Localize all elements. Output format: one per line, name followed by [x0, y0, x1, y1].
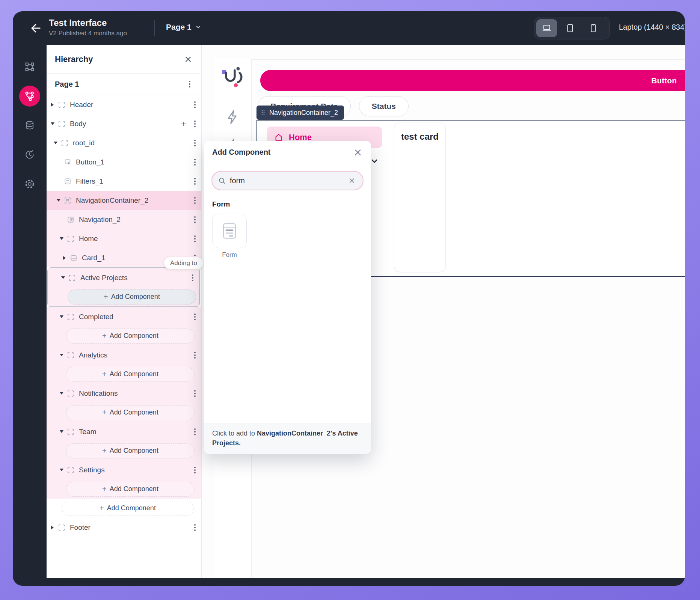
modal-close-button[interactable] [352, 147, 364, 158]
plus-icon: + [100, 504, 104, 513]
kebab-icon [194, 181, 196, 182]
tree-row-add-component[interactable]: +Add Component [47, 499, 201, 518]
expand-toggle[interactable] [59, 237, 64, 240]
add-component-button[interactable]: +Add Component [66, 443, 195, 458]
canvas-chip-status[interactable]: Status [359, 96, 409, 116]
row-menu-button[interactable] [189, 311, 201, 323]
add-component-button[interactable]: +Add Component [66, 329, 195, 344]
tree-row-add-component[interactable]: +Add Component [47, 365, 201, 384]
tree-row-add-component[interactable]: +Add Component [47, 403, 201, 422]
frame-icon [66, 312, 75, 321]
tree-row-add-component[interactable]: +Add Component [47, 479, 201, 499]
expand-toggle[interactable] [62, 256, 67, 260]
data-tool-button[interactable] [19, 115, 40, 136]
expand-toggle[interactable] [59, 392, 64, 395]
tree-row-settings[interactable]: Settings [47, 460, 201, 479]
add-component-button[interactable]: +Add Component [66, 405, 195, 420]
row-menu-button[interactable] [189, 349, 201, 362]
row-menu-button[interactable] [189, 98, 201, 111]
expand-toggle[interactable] [59, 469, 64, 471]
add-child-button[interactable]: + [179, 119, 189, 128]
back-button[interactable] [29, 22, 42, 35]
hierarchy-tool-button[interactable] [19, 86, 40, 107]
expand-toggle[interactable] [59, 315, 64, 318]
row-menu-button[interactable] [189, 425, 201, 438]
page-row[interactable]: Page 1 [47, 74, 201, 95]
tree-row-add-component[interactable]: +Add Component [47, 441, 201, 460]
row-menu-button[interactable] [189, 464, 201, 476]
row-menu-button[interactable] [189, 137, 201, 149]
device-tablet-button[interactable] [560, 19, 581, 37]
caret-down-icon [61, 276, 65, 279]
form-component-tile[interactable] [212, 214, 247, 248]
device-phone-button[interactable] [583, 19, 604, 37]
row-menu-button[interactable] [186, 271, 199, 284]
expand-toggle[interactable] [56, 199, 61, 202]
expand-toggle[interactable] [50, 526, 55, 529]
expand-toggle[interactable] [59, 430, 64, 433]
row-menu-button[interactable] [189, 213, 201, 226]
tree-row-header[interactable]: Header [47, 95, 201, 114]
select-frame-icon [24, 61, 35, 72]
tree-row-body[interactable]: Body+ [47, 114, 201, 133]
kebab-icon [194, 161, 196, 163]
tree-row-team[interactable]: Team [47, 422, 201, 441]
row-menu-button[interactable] [189, 387, 201, 400]
test-card-component[interactable]: test card [394, 122, 446, 272]
app-window: Test Interface V2 Published 4 months ago… [13, 11, 685, 586]
expand-toggle[interactable] [53, 142, 58, 144]
tree-row-add-component[interactable]: +Add Component [47, 326, 201, 345]
add-component-button[interactable]: +Add Component [66, 482, 195, 497]
add-component-button[interactable]: +Add Component [68, 289, 196, 305]
history-tool-button[interactable] [19, 144, 40, 165]
page-row-menu-button[interactable] [183, 78, 196, 90]
expand-toggle[interactable] [59, 354, 64, 356]
settings-tool-button[interactable] [19, 173, 40, 194]
expand-toggle[interactable] [50, 103, 55, 107]
row-menu-button[interactable] [189, 156, 201, 169]
kebab-icon [194, 354, 196, 356]
component-search[interactable] [211, 171, 364, 190]
tree-row-root-id[interactable]: root_id [47, 133, 201, 152]
tree-row-filters-1[interactable]: Filters_1 [47, 172, 201, 191]
modal-header: Add Component [204, 141, 371, 164]
component-search-input[interactable] [230, 176, 342, 185]
row-menu-button[interactable] [189, 118, 201, 130]
search-clear-button[interactable] [346, 175, 358, 186]
tree-row-add-component[interactable]: +Add Component [48, 287, 199, 306]
row-menu-button[interactable] [189, 521, 201, 534]
selection-badge[interactable]: NavigationContainer_2 [256, 106, 344, 120]
caret-right-icon [63, 256, 66, 260]
device-laptop-button[interactable] [536, 19, 557, 37]
lightning-icon[interactable] [225, 109, 241, 125]
canvas-button-component[interactable]: Button [260, 70, 685, 91]
plus-icon: + [102, 446, 107, 455]
tree-row-footer[interactable]: Footer [47, 518, 201, 537]
add-component-button[interactable]: +Add Component [66, 367, 195, 382]
canvas-button-label: Button [651, 70, 677, 91]
expand-toggle[interactable] [60, 276, 66, 279]
tree-row-label: Header [70, 101, 93, 109]
tree-row-home[interactable]: Home [47, 229, 201, 248]
add-component-button[interactable]: +Add Component [62, 501, 194, 516]
row-menu-button[interactable] [189, 175, 201, 188]
expand-toggle[interactable] [50, 122, 55, 125]
tree-row-navigation-2[interactable]: Navigation_2 [47, 210, 201, 229]
row-menu-button[interactable] [189, 194, 201, 207]
frame-icon [57, 100, 66, 109]
caret-down-icon [60, 237, 63, 240]
page-selector[interactable]: Page 1 [166, 23, 202, 32]
tree-row-button-1[interactable]: Button_1 [47, 152, 201, 172]
select-tool-button[interactable] [19, 56, 40, 77]
tree-row-completed[interactable]: Completed [47, 307, 201, 326]
gear-icon [24, 178, 35, 190]
tree-row-navigationcontainer-2[interactable]: NavigationContainer_2 [47, 191, 201, 210]
hierarchy-close-button[interactable] [183, 54, 194, 65]
tree-row-notifications[interactable]: Notifications [47, 384, 201, 403]
caret-down-icon [51, 122, 54, 125]
tree-row-analytics[interactable]: Analytics [47, 345, 201, 365]
row-menu-button[interactable] [189, 232, 201, 245]
filters-icon [63, 177, 72, 186]
tree-row-active-projects[interactable]: Active Projects [48, 268, 199, 287]
card-icon [69, 253, 78, 262]
